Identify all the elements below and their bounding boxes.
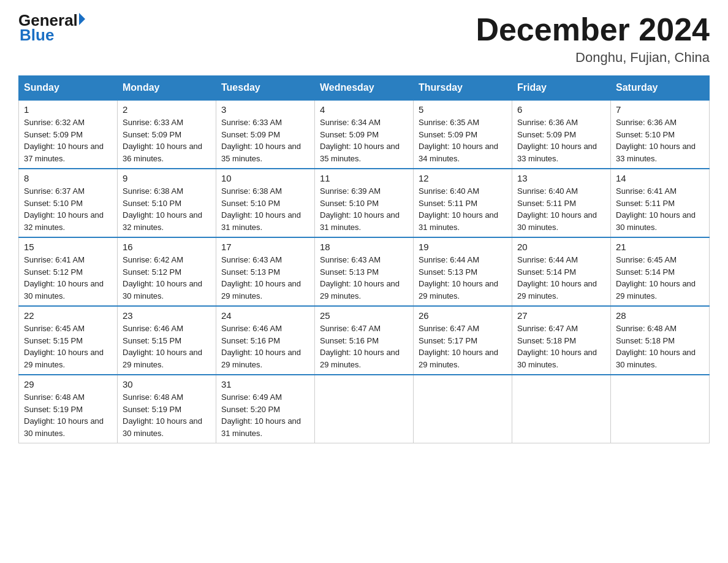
calendar-body: 1 Sunrise: 6:32 AMSunset: 5:09 PMDayligh…	[19, 100, 710, 443]
day-info: Sunrise: 6:43 AMSunset: 5:13 PMDaylight:…	[320, 254, 408, 302]
col-wednesday: Wednesday	[315, 76, 414, 101]
day-number: 1	[24, 104, 112, 115]
day-number: 15	[24, 242, 112, 252]
day-info: Sunrise: 6:41 AMSunset: 5:12 PMDaylight:…	[24, 254, 112, 302]
calendar-cell: 26 Sunrise: 6:47 AMSunset: 5:17 PMDaylig…	[414, 306, 512, 375]
calendar-cell: 17 Sunrise: 6:43 AMSunset: 5:13 PMDaylig…	[216, 237, 315, 306]
day-number: 31	[221, 379, 309, 389]
calendar-week-3: 15 Sunrise: 6:41 AMSunset: 5:12 PMDaylig…	[19, 237, 710, 306]
calendar-week-1: 1 Sunrise: 6:32 AMSunset: 5:09 PMDayligh…	[19, 100, 710, 169]
calendar-cell	[414, 375, 512, 443]
day-info: Sunrise: 6:47 AMSunset: 5:16 PMDaylight:…	[320, 323, 408, 370]
day-number: 6	[517, 104, 605, 115]
col-monday: Monday	[118, 76, 216, 101]
day-info: Sunrise: 6:40 AMSunset: 5:11 PMDaylight:…	[419, 185, 507, 233]
day-number: 18	[320, 242, 408, 252]
calendar-cell: 9 Sunrise: 6:38 AMSunset: 5:10 PMDayligh…	[118, 169, 216, 237]
calendar-cell: 27 Sunrise: 6:47 AMSunset: 5:18 PMDaylig…	[512, 306, 611, 375]
day-number: 29	[24, 379, 112, 389]
calendar-cell: 18 Sunrise: 6:43 AMSunset: 5:13 PMDaylig…	[315, 237, 414, 306]
day-number: 28	[616, 310, 704, 321]
day-info: Sunrise: 6:49 AMSunset: 5:20 PMDaylight:…	[221, 391, 309, 439]
day-info: Sunrise: 6:36 AMSunset: 5:09 PMDaylight:…	[517, 117, 605, 164]
day-number: 8	[24, 173, 112, 183]
calendar-cell: 22 Sunrise: 6:45 AMSunset: 5:15 PMDaylig…	[19, 306, 118, 375]
logo-blue: Blue	[20, 26, 54, 45]
day-number: 21	[616, 242, 704, 252]
day-info: Sunrise: 6:43 AMSunset: 5:13 PMDaylight:…	[221, 254, 309, 302]
calendar-week-2: 8 Sunrise: 6:37 AMSunset: 5:10 PMDayligh…	[19, 169, 710, 237]
day-number: 14	[616, 173, 704, 183]
calendar-cell: 21 Sunrise: 6:45 AMSunset: 5:14 PMDaylig…	[611, 237, 710, 306]
day-number: 7	[616, 104, 704, 115]
calendar-cell: 3 Sunrise: 6:33 AMSunset: 5:09 PMDayligh…	[216, 100, 315, 169]
calendar-cell	[512, 375, 611, 443]
day-info: Sunrise: 6:33 AMSunset: 5:09 PMDaylight:…	[123, 117, 211, 164]
calendar-cell	[611, 375, 710, 443]
col-thursday: Thursday	[414, 76, 512, 101]
calendar-cell: 15 Sunrise: 6:41 AMSunset: 5:12 PMDaylig…	[19, 237, 118, 306]
calendar-cell: 8 Sunrise: 6:37 AMSunset: 5:10 PMDayligh…	[19, 169, 118, 237]
day-number: 9	[123, 173, 211, 183]
day-number: 13	[517, 173, 605, 183]
calendar-cell: 19 Sunrise: 6:44 AMSunset: 5:13 PMDaylig…	[414, 237, 512, 306]
calendar-cell: 6 Sunrise: 6:36 AMSunset: 5:09 PMDayligh…	[512, 100, 611, 169]
day-info: Sunrise: 6:48 AMSunset: 5:19 PMDaylight:…	[24, 391, 112, 439]
day-info: Sunrise: 6:34 AMSunset: 5:09 PMDaylight:…	[320, 117, 408, 164]
day-number: 2	[123, 104, 211, 115]
day-info: Sunrise: 6:48 AMSunset: 5:18 PMDaylight:…	[616, 323, 704, 370]
calendar-cell	[315, 375, 414, 443]
month-title: December 2024	[476, 12, 710, 47]
calendar-cell: 31 Sunrise: 6:49 AMSunset: 5:20 PMDaylig…	[216, 375, 315, 443]
day-info: Sunrise: 6:47 AMSunset: 5:17 PMDaylight:…	[419, 323, 507, 370]
page-header: General Blue December 2024 Donghu, Fujia…	[18, 12, 710, 66]
calendar-cell: 13 Sunrise: 6:40 AMSunset: 5:11 PMDaylig…	[512, 169, 611, 237]
day-info: Sunrise: 6:37 AMSunset: 5:10 PMDaylight:…	[24, 185, 112, 233]
col-sunday: Sunday	[19, 76, 118, 101]
col-friday: Friday	[512, 76, 611, 101]
day-info: Sunrise: 6:32 AMSunset: 5:09 PMDaylight:…	[24, 117, 112, 164]
day-info: Sunrise: 6:41 AMSunset: 5:11 PMDaylight:…	[616, 185, 704, 233]
location: Donghu, Fujian, China	[476, 50, 710, 66]
calendar-cell: 23 Sunrise: 6:46 AMSunset: 5:15 PMDaylig…	[118, 306, 216, 375]
day-info: Sunrise: 6:44 AMSunset: 5:14 PMDaylight:…	[517, 254, 605, 302]
day-info: Sunrise: 6:46 AMSunset: 5:16 PMDaylight:…	[221, 323, 309, 370]
day-info: Sunrise: 6:42 AMSunset: 5:12 PMDaylight:…	[123, 254, 211, 302]
day-info: Sunrise: 6:45 AMSunset: 5:15 PMDaylight:…	[24, 323, 112, 370]
day-number: 3	[221, 104, 309, 115]
logo-triangle-icon	[79, 13, 85, 25]
day-info: Sunrise: 6:40 AMSunset: 5:11 PMDaylight:…	[517, 185, 605, 233]
day-info: Sunrise: 6:38 AMSunset: 5:10 PMDaylight:…	[123, 185, 211, 233]
calendar-table: Sunday Monday Tuesday Wednesday Thursday…	[18, 75, 710, 443]
day-number: 24	[221, 310, 309, 321]
day-number: 16	[123, 242, 211, 252]
day-info: Sunrise: 6:48 AMSunset: 5:19 PMDaylight:…	[123, 391, 211, 439]
day-info: Sunrise: 6:45 AMSunset: 5:14 PMDaylight:…	[616, 254, 704, 302]
calendar-cell: 14 Sunrise: 6:41 AMSunset: 5:11 PMDaylig…	[611, 169, 710, 237]
calendar-cell: 28 Sunrise: 6:48 AMSunset: 5:18 PMDaylig…	[611, 306, 710, 375]
logo: General Blue	[18, 12, 85, 45]
calendar-cell: 11 Sunrise: 6:39 AMSunset: 5:10 PMDaylig…	[315, 169, 414, 237]
day-number: 22	[24, 310, 112, 321]
calendar-week-5: 29 Sunrise: 6:48 AMSunset: 5:19 PMDaylig…	[19, 375, 710, 443]
calendar-cell: 29 Sunrise: 6:48 AMSunset: 5:19 PMDaylig…	[19, 375, 118, 443]
calendar-week-4: 22 Sunrise: 6:45 AMSunset: 5:15 PMDaylig…	[19, 306, 710, 375]
calendar-cell: 20 Sunrise: 6:44 AMSunset: 5:14 PMDaylig…	[512, 237, 611, 306]
day-number: 23	[123, 310, 211, 321]
day-info: Sunrise: 6:39 AMSunset: 5:10 PMDaylight:…	[320, 185, 408, 233]
day-number: 12	[419, 173, 507, 183]
calendar-header: Sunday Monday Tuesday Wednesday Thursday…	[19, 76, 710, 101]
calendar-cell: 12 Sunrise: 6:40 AMSunset: 5:11 PMDaylig…	[414, 169, 512, 237]
day-number: 4	[320, 104, 408, 115]
title-area: December 2024 Donghu, Fujian, China	[476, 12, 710, 66]
day-number: 11	[320, 173, 408, 183]
day-number: 10	[221, 173, 309, 183]
calendar-cell: 16 Sunrise: 6:42 AMSunset: 5:12 PMDaylig…	[118, 237, 216, 306]
day-number: 17	[221, 242, 309, 252]
day-number: 5	[419, 104, 507, 115]
day-number: 27	[517, 310, 605, 321]
col-tuesday: Tuesday	[216, 76, 315, 101]
calendar-cell: 30 Sunrise: 6:48 AMSunset: 5:19 PMDaylig…	[118, 375, 216, 443]
day-info: Sunrise: 6:38 AMSunset: 5:10 PMDaylight:…	[221, 185, 309, 233]
col-saturday: Saturday	[611, 76, 710, 101]
